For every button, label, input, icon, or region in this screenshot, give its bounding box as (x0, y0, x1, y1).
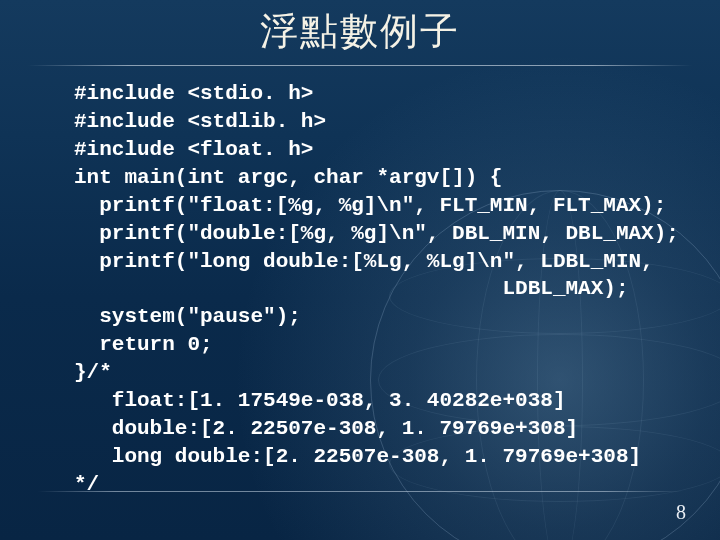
slide-title: 浮點數例子 (0, 0, 720, 65)
title-divider (28, 65, 692, 66)
code-block: #include <stdio. h> #include <stdlib. h>… (0, 70, 720, 499)
slide: 浮點數例子 #include <stdio. h> #include <stdl… (0, 0, 720, 540)
page-number: 8 (676, 501, 686, 524)
